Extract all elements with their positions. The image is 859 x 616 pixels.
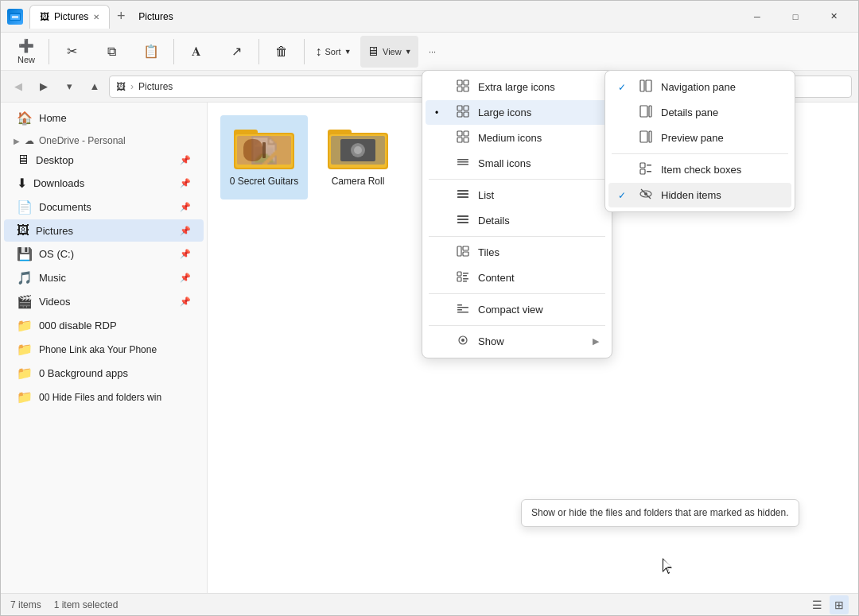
svg-rect-56 xyxy=(463,246,468,250)
sidebar-videos-label: Videos xyxy=(39,296,71,308)
svg-rect-49 xyxy=(457,190,468,192)
svg-rect-37 xyxy=(464,87,468,91)
sidebar-documents-label: Documents xyxy=(39,201,91,213)
share-button[interactable]: ↗ xyxy=(217,36,255,68)
menu-details[interactable]: Details xyxy=(426,208,608,233)
show-submenu: ✓ Navigation pane Details pane Preview p… xyxy=(604,70,795,212)
svg-rect-50 xyxy=(457,193,468,195)
menu-tiles[interactable]: Tiles xyxy=(426,240,608,265)
nav-pane-icon xyxy=(639,79,653,95)
maximize-button[interactable]: □ xyxy=(777,5,814,29)
grid-view-toggle[interactable]: ⊞ xyxy=(830,595,849,614)
menu-sep-1 xyxy=(429,179,605,180)
sidebar-item-desktop[interactable]: 🖥 Desktop 📌 xyxy=(4,149,204,171)
sidebar-item-home[interactable]: 🏠 Home xyxy=(4,107,204,130)
sidebar-item-pictures[interactable]: 🖼 Pictures 📌 xyxy=(4,219,204,242)
toolbar-separator-4 xyxy=(304,39,305,64)
menu-hidden-items[interactable]: ✓ Hidden items xyxy=(608,183,791,207)
new-button[interactable]: ➕ New xyxy=(7,36,45,68)
svg-rect-67 xyxy=(457,312,468,313)
onedrive-icon: ☁ xyxy=(25,135,34,146)
folder-label: Camera Roll xyxy=(332,176,385,187)
sidebar-item-documents[interactable]: 📄 Documents 📌 xyxy=(4,196,204,219)
menu-preview-pane[interactable]: Preview pane xyxy=(608,126,791,150)
sort-button[interactable]: ↕ Sort ▼ xyxy=(308,36,359,68)
cut-button[interactable]: ✂ xyxy=(52,36,91,68)
copy-icon: ⧉ xyxy=(107,45,116,59)
tiles-icon xyxy=(456,245,470,260)
svg-rect-7 xyxy=(243,139,262,161)
tab-close-button[interactable]: ✕ xyxy=(93,13,99,21)
sidebar-home-label: Home xyxy=(39,112,67,124)
up-button[interactable]: ▲ xyxy=(84,76,106,98)
svg-rect-58 xyxy=(457,272,461,276)
menu-content[interactable]: Content xyxy=(426,265,608,290)
menu-label: Small icons xyxy=(478,157,531,169)
recent-button[interactable]: ▾ xyxy=(58,76,80,98)
list-view-toggle[interactable]: ☰ xyxy=(807,595,826,614)
svg-rect-74 xyxy=(640,131,647,142)
folder-camera-roll[interactable]: Camera Roll xyxy=(314,115,402,200)
details-pane-icon xyxy=(639,105,653,120)
copy-button[interactable]: ⧉ xyxy=(92,36,130,68)
tab-strip: 🖼 Pictures ✕ + xyxy=(29,5,132,29)
sidebar-item-hidefiles[interactable]: 📁 00 Hide Files and folders win xyxy=(4,385,204,409)
svg-rect-48 xyxy=(457,164,468,165)
sub-arrow-icon: ▶ xyxy=(593,336,599,347)
breadcrumb-sep: › xyxy=(130,81,134,92)
sidebar-item-phonelink[interactable]: 📁 Phone Link aka Your Phone xyxy=(4,338,204,361)
menu-item-check-boxes[interactable]: Item check boxes xyxy=(608,157,791,182)
menu-details-pane[interactable]: Details pane xyxy=(608,100,791,125)
pictures-icon: 🖼 xyxy=(17,223,29,238)
folder-secret-guitars[interactable]: 0 Secret Guitars xyxy=(220,115,308,200)
extra-large-icon xyxy=(456,79,470,95)
menu-small-icons[interactable]: Small icons xyxy=(426,151,608,176)
sidebar-item-music[interactable]: 🎵 Music 📌 xyxy=(4,266,204,289)
sidebar-onedrive-header[interactable]: ▶ ☁ OneDrive - Personal xyxy=(1,130,207,148)
more-button[interactable]: ··· xyxy=(420,36,445,68)
menu-compact-view[interactable]: Compact view xyxy=(426,297,608,322)
tab-label: Pictures xyxy=(54,11,88,22)
menu-show[interactable]: Show ▶ xyxy=(426,329,608,354)
delete-button[interactable]: 🗑 xyxy=(262,36,301,68)
sidebar-item-rdp[interactable]: 📁 000 disable RDP xyxy=(4,314,204,337)
desktop-icon: 🖥 xyxy=(17,153,29,167)
pin-icon-6: 📌 xyxy=(180,273,191,283)
sidebar-item-downloads[interactable]: ⬇ Downloads 📌 xyxy=(4,172,204,195)
menu-large-icons[interactable]: • Large icons xyxy=(426,100,608,125)
item-check-icon xyxy=(639,162,653,177)
share-icon: ↗ xyxy=(231,44,242,59)
paste-button[interactable]: 📋 xyxy=(132,36,170,68)
more-label: ··· xyxy=(429,47,436,56)
sidebar-item-bgapps[interactable]: 📁 0 Background apps xyxy=(4,362,204,385)
tab-add-button[interactable]: + xyxy=(110,6,132,28)
menu-list[interactable]: List xyxy=(426,183,608,207)
sidebar-item-videos[interactable]: 🎬 Videos 📌 xyxy=(4,290,204,313)
minimize-button[interactable]: ─ xyxy=(739,5,775,29)
svg-rect-42 xyxy=(457,131,462,136)
svg-rect-79 xyxy=(647,171,651,172)
menu-extra-large-icons[interactable]: Extra large icons xyxy=(426,75,608,99)
svg-rect-65 xyxy=(457,307,468,308)
tab-pictures[interactable]: 🖼 Pictures ✕ xyxy=(29,5,110,29)
svg-rect-45 xyxy=(464,138,468,142)
close-button[interactable]: ✕ xyxy=(815,5,852,29)
pin-icon-2: 📌 xyxy=(180,178,191,188)
sidebar-item-osdrive[interactable]: 💾 OS (C:) 📌 xyxy=(4,242,204,265)
svg-rect-2 xyxy=(12,16,18,18)
sidebar-desktop-label: Desktop xyxy=(36,154,74,166)
back-button[interactable]: ◀ xyxy=(7,76,29,98)
new-icon: ➕ xyxy=(18,38,34,53)
small-icon xyxy=(456,156,470,171)
view-button[interactable]: 🖥 View ▼ xyxy=(360,36,418,68)
menu-label: Details pane xyxy=(661,107,718,118)
sort-chevron-icon: ▼ xyxy=(344,48,352,56)
sidebar-downloads-label: Downloads xyxy=(33,177,84,189)
svg-rect-54 xyxy=(457,222,468,223)
sidebar-pictures-label: Pictures xyxy=(36,225,73,237)
rename-button[interactable]: 𝐀 xyxy=(177,36,216,68)
menu-navigation-pane[interactable]: ✓ Navigation pane xyxy=(608,75,791,99)
menu-medium-icons[interactable]: Medium icons xyxy=(426,126,608,150)
forward-button[interactable]: ▶ xyxy=(33,76,55,98)
menu-label: List xyxy=(478,189,494,201)
